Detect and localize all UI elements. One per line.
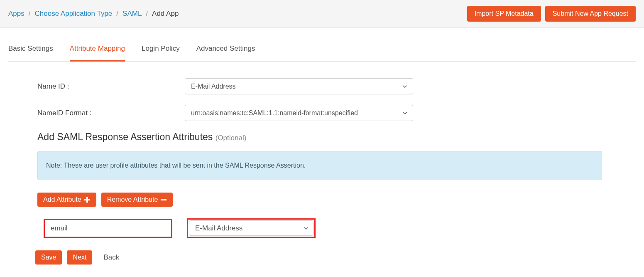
submit-new-app-request-button[interactable]: Submit New App Request xyxy=(545,6,636,22)
breadcrumb-current: Add App xyxy=(152,10,179,18)
next-button[interactable]: Next xyxy=(67,250,92,265)
tab-basic-settings[interactable]: Basic Settings xyxy=(8,36,53,62)
add-attribute-button[interactable]: Add Attribute xyxy=(37,193,96,207)
breadcrumb: Apps / Choose Application Type / SAML / … xyxy=(8,10,179,18)
breadcrumb-choose-type[interactable]: Choose Application Type xyxy=(34,10,112,18)
breadcrumb-separator: / xyxy=(146,10,148,18)
breadcrumb-saml[interactable]: SAML xyxy=(122,10,142,18)
back-link[interactable]: Back xyxy=(103,253,119,262)
breadcrumb-separator: / xyxy=(29,10,31,18)
save-button[interactable]: Save xyxy=(35,250,62,265)
remove-attribute-label: Remove Attribute xyxy=(107,196,158,203)
nameid-format-select[interactable]: urn:oasis:names:tc:SAML:1.1:nameid-forma… xyxy=(185,105,413,121)
name-id-select[interactable]: E-Mail Address xyxy=(185,78,413,94)
plus-icon xyxy=(84,196,91,203)
breadcrumb-separator: / xyxy=(116,10,118,18)
breadcrumb-apps[interactable]: Apps xyxy=(8,10,24,18)
svg-rect-2 xyxy=(161,199,167,200)
tab-login-policy[interactable]: Login Policy xyxy=(142,36,180,62)
section-heading: Add SAML Response Assertion Attributes (… xyxy=(37,131,602,143)
remove-attribute-button[interactable]: Remove Attribute xyxy=(101,193,173,207)
import-sp-metadata-button[interactable]: Import SP Metadata xyxy=(467,6,541,22)
section-heading-text: Add SAML Response Assertion Attributes xyxy=(37,131,213,142)
optional-label: (Optional) xyxy=(215,134,247,142)
attribute-row: E-Mail Address xyxy=(44,218,602,238)
attribute-value-select[interactable]: E-Mail Address xyxy=(189,220,313,236)
tab-advanced-settings[interactable]: Advanced Settings xyxy=(196,36,255,62)
svg-rect-1 xyxy=(84,199,90,200)
tabs: Basic Settings Attribute Mapping Login P… xyxy=(8,36,636,62)
minus-icon xyxy=(160,196,167,203)
nameid-format-label: NameID Format : xyxy=(37,109,185,117)
attribute-name-input[interactable] xyxy=(44,219,172,238)
tab-attribute-mapping[interactable]: Attribute Mapping xyxy=(70,36,125,62)
note-box: Note: These are user profile attributes … xyxy=(37,151,602,180)
name-id-label: Name ID : xyxy=(37,82,185,91)
add-attribute-label: Add Attribute xyxy=(43,196,81,203)
attribute-value-highlight: E-Mail Address xyxy=(187,218,316,238)
